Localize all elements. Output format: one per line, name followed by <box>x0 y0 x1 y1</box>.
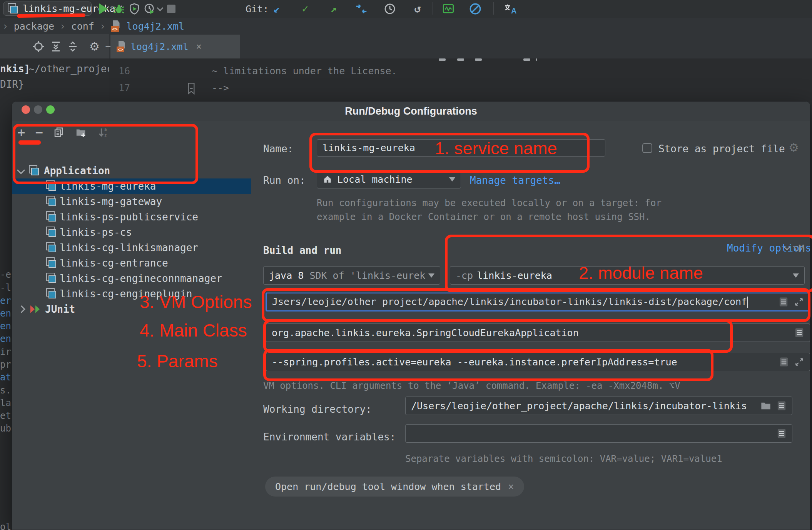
application-icon <box>46 288 57 300</box>
tree-node-linkis-cg-engineconnmanager[interactable]: linkis-cg-engineconnmanager <box>12 271 251 286</box>
module-classpath-dropdown[interactable]: -cp linkis-eureka <box>450 266 805 285</box>
jre-dropdown[interactable]: java 8 SDK of 'linkis-eurek <box>263 266 440 285</box>
environment-variables-help: Separate variables with semicolon: VAR=v… <box>405 453 722 464</box>
store-settings-button[interactable]: ⚙ <box>789 141 799 154</box>
manage-targets-link[interactable]: Manage targets… <box>470 175 560 186</box>
gear-icon: ⚙ <box>89 40 100 53</box>
tree-fragment: ent <box>0 333 11 344</box>
run-debug-configurations-dialog: Run/Debug Configurations + − <box>12 101 810 530</box>
close-tab-icon[interactable]: × <box>196 41 202 52</box>
terminal-path: ~/other_project/ap <box>28 63 109 75</box>
tree-node-label: linkis-ps-cs <box>60 227 132 238</box>
run-with-coverage-button[interactable] <box>128 3 141 15</box>
tree-node-linkis-cg-entrance[interactable]: linkis-cg-entrance <box>12 255 251 271</box>
copy-configuration-button[interactable] <box>53 127 65 138</box>
disable-inspections-button[interactable] <box>469 3 482 15</box>
run-on-label: Run on: <box>263 175 306 186</box>
application-icon <box>46 257 57 269</box>
bookmark-icon[interactable] <box>186 82 196 95</box>
code-editor[interactable]: 16 17 ~ limitations under the License. -… <box>109 58 812 101</box>
breadcrumb-chevron-icon: › <box>100 20 106 32</box>
profiler-monitor-button[interactable] <box>442 3 455 15</box>
tree-node-linkis-mg-gateway[interactable]: linkis-mg-gateway <box>12 194 251 209</box>
tree-node-linkis-cg-linkismanager[interactable]: linkis-cg-linkismanager <box>12 240 251 255</box>
clipped-text-fragment <box>457 58 464 61</box>
jre-value: java 8 <box>269 270 304 281</box>
program-arguments-input[interactable]: --spring.profiles.active=eureka --eureka… <box>266 353 810 371</box>
main-toolbar: linkis-mg-eureka <box>0 0 812 18</box>
expand-list-button[interactable] <box>779 297 789 307</box>
expand-list-button[interactable] <box>777 400 787 411</box>
translate-button[interactable]: A <box>503 3 520 15</box>
list-icon <box>777 428 787 439</box>
git-rollback-button[interactable]: ↺ <box>411 3 424 15</box>
run-configuration-selector[interactable]: linkis-mg-eureka <box>3 2 92 16</box>
chip-label: Open run/debug tool window when started <box>275 481 501 492</box>
git-history-button[interactable] <box>383 3 396 15</box>
stop-icon <box>167 5 175 13</box>
tab-title: log4j2.xml <box>130 41 189 52</box>
run-on-dropdown[interactable]: Local machine <box>317 170 461 188</box>
git-commit-button[interactable]: ✓ <box>299 3 312 15</box>
name-input[interactable]: linkis-mg-eureka <box>317 139 605 157</box>
configurations-tree-panel: + − <box>12 121 251 530</box>
stop-button[interactable] <box>165 3 178 15</box>
tree-node-linkis-mg-eureka[interactable]: linkis-mg-eureka <box>12 178 251 194</box>
expand-all-button[interactable] <box>50 41 62 52</box>
expand-list-button[interactable] <box>779 357 789 367</box>
profiler-button[interactable] <box>143 3 156 15</box>
settings-button[interactable]: ⚙ <box>89 40 100 53</box>
locate-button[interactable] <box>32 40 45 53</box>
chevron-down-icon <box>449 177 455 182</box>
vm-options-value: Jsers/leojie/other_project/apache/linkis… <box>272 296 747 307</box>
arrow-up-right-icon: ↗ <box>331 3 337 14</box>
tree-node-junit[interactable]: JUnit <box>12 302 251 317</box>
terminal-text: nkis] <box>0 63 30 75</box>
terminal-text: DIR} <box>0 78 24 90</box>
collapse-all-icon <box>67 41 79 52</box>
open-tool-window-chip[interactable]: Open run/debug tool window when started … <box>265 477 524 497</box>
git-push-button[interactable]: ↗ <box>327 3 340 15</box>
browse-folder-button[interactable] <box>760 401 771 411</box>
expand-list-button[interactable] <box>777 428 787 439</box>
expand-field-button[interactable] <box>794 357 804 367</box>
collapse-all-button[interactable] <box>67 41 79 52</box>
editor-tab-log4j2[interactable]: log4j2.xml × <box>110 35 240 58</box>
cp-prefix: -cp <box>456 270 473 281</box>
browse-main-class-button[interactable] <box>794 327 804 338</box>
tree-node-application[interactable]: Application <box>12 163 251 178</box>
new-folder-button[interactable] <box>75 127 87 138</box>
vm-options-input[interactable]: Jsers/leojie/other_project/apache/linkis… <box>266 293 810 311</box>
remove-configuration-button[interactable]: − <box>35 125 43 140</box>
git-update-button[interactable]: ↙ <box>270 3 283 15</box>
breadcrumb-conf[interactable]: conf <box>71 21 94 32</box>
git-merge-button[interactable] <box>355 3 368 15</box>
expand-field-button[interactable] <box>794 297 804 307</box>
target-help-line2: example in a Docker Container or on a re… <box>317 212 650 222</box>
sort-configurations-button[interactable]: a z <box>97 127 109 138</box>
minus-icon: − <box>35 125 43 140</box>
run-button[interactable] <box>97 3 110 15</box>
program-arguments-value: --spring.profiles.active=eureka --eureka… <box>272 357 774 368</box>
dialog-titlebar[interactable]: Run/Debug Configurations <box>12 102 810 121</box>
environment-variables-label: Environment variables: <box>263 431 396 443</box>
name-value: linkis-mg-eureka <box>322 142 415 153</box>
clipped-text-fragment <box>523 58 530 61</box>
application-icon <box>46 273 57 284</box>
store-as-project-file-checkbox[interactable] <box>642 143 652 153</box>
close-icon[interactable]: × <box>508 481 514 492</box>
tree-node-linkis-cg-engineplugin[interactable]: linkis-cg-engineplugin <box>12 286 251 302</box>
breadcrumb-file[interactable]: log4j2.xml <box>127 21 185 32</box>
debug-button[interactable] <box>112 3 125 15</box>
environment-variables-input[interactable] <box>405 424 792 443</box>
run-on-value: Local machine <box>337 174 413 185</box>
breadcrumb-package[interactable]: package <box>14 21 54 32</box>
tree-node-linkis-ps-cs[interactable]: linkis-ps-cs <box>12 225 251 240</box>
profiler-dropdown[interactable] <box>156 3 164 15</box>
working-directory-input[interactable]: /Users/leojie/other_project/apache/linki… <box>405 397 792 415</box>
tree-node-linkis-ps-publicservice[interactable]: linkis-ps-publicservice <box>12 209 251 225</box>
add-configuration-button[interactable]: + <box>17 125 25 140</box>
main-class-input[interactable]: org.apache.linkis.eureka.SpringCloudEure… <box>266 323 810 342</box>
jre-detail: SDK of 'linkis-eurek <box>309 270 425 281</box>
chevron-down-icon <box>793 273 799 278</box>
